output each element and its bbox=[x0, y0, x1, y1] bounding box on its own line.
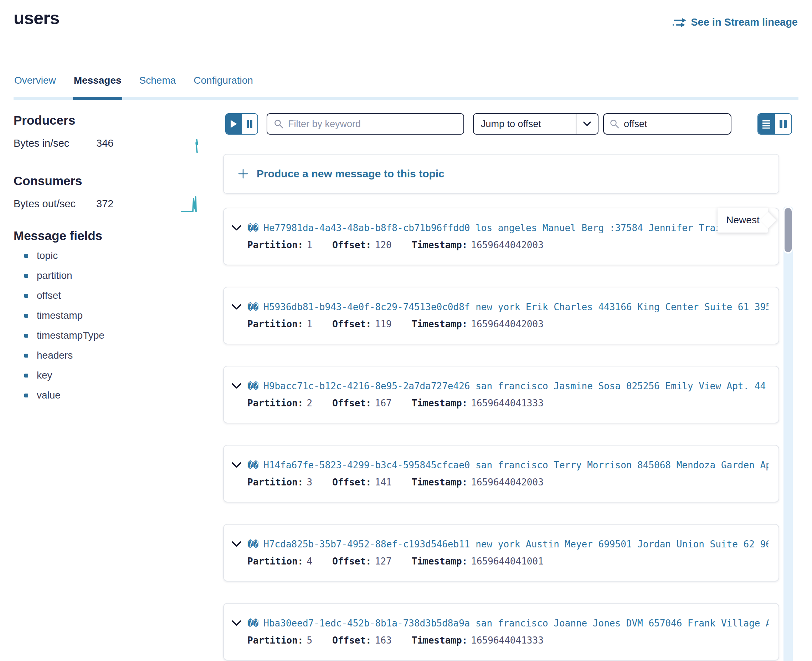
offset-value: 163 bbox=[375, 635, 392, 646]
partition-group: Partition:1 bbox=[247, 239, 312, 251]
filter-keyword-box bbox=[267, 113, 464, 135]
list-view-button[interactable] bbox=[758, 114, 775, 134]
partition-value: 1 bbox=[307, 239, 312, 251]
tab-schema[interactable]: Schema bbox=[139, 71, 177, 100]
chevron-down-icon[interactable] bbox=[232, 225, 247, 231]
message-row[interactable]: �� He77981da-4a43-48ab-b8f8-cb71b96ffdd0… bbox=[223, 208, 779, 265]
message-summary[interactable]: H9bacc71c-b12c-4216-8e95-2a7da727e426 sa… bbox=[263, 381, 769, 391]
offset-label: Offset: bbox=[332, 477, 372, 487]
message-summary[interactable]: He77981da-4a43-48ab-b8f8-cb71b96ffdd0 lo… bbox=[263, 223, 738, 233]
chevron-down-icon[interactable] bbox=[577, 121, 598, 126]
topic-messages-page: users See in Stream lineage Overview Mes… bbox=[0, 0, 812, 661]
offset-group: Offset:141 bbox=[332, 477, 392, 487]
list-view-icon bbox=[761, 119, 771, 129]
stream-lineage-link[interactable]: See in Stream lineage bbox=[671, 16, 798, 28]
message-meta: Partition:1 Offset:119 Timestamp:1659644… bbox=[232, 319, 769, 329]
timestamp-value: 1659644041333 bbox=[471, 635, 544, 646]
partition-value: 1 bbox=[307, 319, 312, 329]
produce-message-button[interactable]: Produce a new message to this topic bbox=[223, 154, 779, 194]
scrollbar-thumb[interactable] bbox=[785, 208, 792, 252]
search-icon bbox=[610, 119, 620, 129]
square-bullet-icon bbox=[24, 334, 28, 338]
message-summary[interactable]: H14fa67fe-5823-4299-b3c4-595845cfcae0 sa… bbox=[263, 460, 769, 471]
square-bullet-icon bbox=[24, 354, 28, 358]
chevron-down-icon[interactable] bbox=[232, 383, 247, 389]
message-field-label: partition bbox=[37, 270, 72, 281]
partition-group: Partition:3 bbox=[247, 477, 312, 487]
timestamp-group: Timestamp:1659644042003 bbox=[412, 319, 544, 329]
timestamp-group: Timestamp:1659644041333 bbox=[412, 398, 544, 409]
column-view-button[interactable] bbox=[775, 114, 792, 134]
pause-icon bbox=[246, 120, 253, 128]
partition-value: 4 bbox=[307, 556, 312, 567]
play-button[interactable] bbox=[226, 114, 242, 134]
bytes-in-value: 346 bbox=[96, 137, 113, 149]
offset-search-input[interactable] bbox=[624, 118, 750, 129]
message-field-item: key bbox=[24, 370, 104, 381]
message-field-item: offset bbox=[24, 290, 104, 301]
timestamp-label: Timestamp: bbox=[412, 477, 468, 487]
pause-button[interactable] bbox=[242, 114, 257, 134]
message-row[interactable]: �� Hba30eed7-1edc-452b-8b1a-738d3b5d8a9a… bbox=[223, 603, 779, 661]
offset-group: Offset:127 bbox=[332, 556, 392, 567]
timestamp-label: Timestamp: bbox=[412, 319, 468, 329]
newest-tooltip-label: Newest bbox=[726, 214, 759, 226]
message-row[interactable]: �� H14fa67fe-5823-4299-b3c4-595845cfcae0… bbox=[223, 445, 779, 503]
timestamp-group: Timestamp:1659644042003 bbox=[412, 477, 544, 487]
partition-label: Partition: bbox=[247, 398, 303, 409]
offset-label: Offset: bbox=[332, 635, 372, 646]
message-meta: Partition:4 Offset:127 Timestamp:1659644… bbox=[232, 556, 769, 567]
view-toggle-group bbox=[758, 113, 792, 135]
stream-lineage-icon bbox=[671, 17, 687, 28]
offset-label: Offset: bbox=[332, 239, 372, 251]
offset-label: Offset: bbox=[332, 556, 372, 567]
bytes-out-sparkline bbox=[181, 195, 201, 213]
message-field-label: topic bbox=[37, 250, 58, 262]
chevron-down-icon[interactable] bbox=[232, 462, 247, 468]
scrollbar-track[interactable] bbox=[783, 206, 793, 661]
timestamp-group: Timestamp:1659644041001 bbox=[412, 556, 544, 567]
square-bullet-icon bbox=[24, 254, 28, 258]
message-summary[interactable]: H7cda825b-35b7-4952-88ef-c193d546eb11 ne… bbox=[263, 539, 769, 549]
tab-configuration[interactable]: Configuration bbox=[193, 71, 254, 100]
message-field-item: value bbox=[24, 390, 104, 401]
message-summary[interactable]: H5936db81-b943-4e0f-8c29-74513e0c0d8f ne… bbox=[263, 302, 769, 312]
partition-group: Partition:5 bbox=[247, 635, 312, 646]
plus-icon bbox=[237, 168, 249, 179]
timestamp-label: Timestamp: bbox=[412, 635, 468, 646]
chevron-down-icon[interactable] bbox=[232, 541, 247, 548]
jump-to-offset-select[interactable]: Jump to offset bbox=[473, 113, 599, 135]
partition-label: Partition: bbox=[247, 239, 303, 251]
tab-messages[interactable]: Messages bbox=[73, 71, 122, 100]
message-field-item: timestamp bbox=[24, 310, 104, 321]
timestamp-value: 1659644042003 bbox=[471, 319, 544, 329]
tabs: Overview Messages Schema Configuration bbox=[14, 71, 798, 100]
message-fields-heading: Message fields bbox=[14, 228, 102, 243]
tab-overview[interactable]: Overview bbox=[14, 71, 57, 100]
filter-keyword-input[interactable] bbox=[288, 118, 457, 129]
partition-label: Partition: bbox=[247, 635, 303, 646]
chevron-down-icon[interactable] bbox=[232, 620, 247, 626]
message-field-item: partition bbox=[24, 270, 104, 281]
timestamp-group: Timestamp:1659644041333 bbox=[412, 635, 544, 646]
offset-group: Offset:167 bbox=[332, 398, 392, 409]
stream-lineage-label: See in Stream lineage bbox=[691, 16, 798, 28]
square-bullet-icon bbox=[24, 294, 28, 298]
offset-value: 127 bbox=[375, 556, 392, 567]
timestamp-value: 1659644041001 bbox=[471, 556, 544, 567]
play-pause-group bbox=[225, 113, 258, 135]
message-summary[interactable]: Hba30eed7-1edc-452b-8b1a-738d3b5d8a9a sa… bbox=[263, 618, 769, 629]
partition-label: Partition: bbox=[247, 319, 303, 329]
message-row[interactable]: �� H5936db81-b943-4e0f-8c29-74513e0c0d8f… bbox=[223, 287, 779, 344]
timestamp-value: 1659644042003 bbox=[471, 477, 544, 487]
message-meta: Partition:1 Offset:120 Timestamp:1659644… bbox=[232, 239, 769, 251]
partition-group: Partition:1 bbox=[247, 319, 312, 329]
message-row[interactable]: �� H9bacc71c-b12c-4216-8e95-2a7da727e426… bbox=[223, 366, 779, 423]
partition-label: Partition: bbox=[247, 556, 303, 567]
chevron-down-icon[interactable] bbox=[232, 304, 247, 310]
partition-value: 3 bbox=[307, 477, 312, 487]
message-key-glyphs: �� bbox=[247, 618, 258, 629]
message-row[interactable]: �� H7cda825b-35b7-4952-88ef-c193d546eb11… bbox=[223, 524, 779, 581]
timestamp-label: Timestamp: bbox=[412, 398, 468, 409]
messages-toolbar: Jump to offset bbox=[225, 113, 792, 135]
